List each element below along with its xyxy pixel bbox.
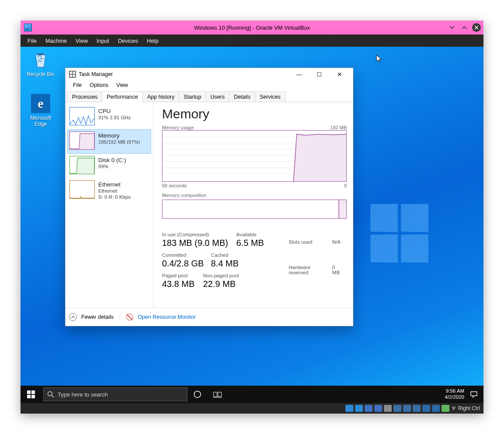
tab-startup[interactable]: Startup: [179, 91, 206, 102]
vb-menu-machine[interactable]: Machine: [41, 36, 71, 46]
sidebar-ethernet-sub1: Ethernet: [98, 188, 131, 194]
desktop-icon-label: Microsoft Edge: [24, 115, 57, 127]
sidebar-cpu-title: CPU: [98, 108, 131, 115]
tm-titlebar[interactable]: Task Manager — ☐ ✕: [66, 68, 353, 80]
tm-minimize-button[interactable]: —: [289, 68, 309, 80]
search-placeholder: Type here to search: [58, 391, 108, 398]
vb-status-display-icon[interactable]: [394, 405, 401, 412]
cached-label: Cached: [211, 252, 250, 258]
svg-rect-3: [214, 392, 217, 397]
start-button[interactable]: [21, 386, 41, 403]
sidebar-memory-sub: 185/192 MB (97%): [98, 139, 140, 145]
chevron-up-icon[interactable]: [69, 313, 77, 321]
vb-menu-file[interactable]: File: [23, 36, 41, 46]
sidebar-item-ethernet[interactable]: Ethernet Ethernet S: 0 R: 0 Kbps: [67, 178, 151, 203]
vb-status-shared-icon[interactable]: [384, 405, 392, 412]
sidebar-cpu-sub: 31% 2.81 GHz: [98, 115, 131, 121]
vb-menu-help[interactable]: Help: [142, 36, 163, 46]
search-icon: [47, 391, 54, 398]
vb-status-net-icon[interactable]: [365, 405, 373, 412]
task-manager-icon: [69, 71, 76, 78]
chart-usage-max: 192 MB: [330, 125, 347, 130]
sidebar-item-memory[interactable]: Memory 185/192 MB (97%): [67, 129, 151, 154]
vb-title: Windows 10 [Running] - Oracle VM Virtual…: [21, 24, 483, 31]
vb-menu-view[interactable]: View: [71, 36, 92, 46]
desktop-icon-recycle-bin[interactable]: Recycle Bin: [24, 50, 57, 77]
paged-label: Paged pool: [162, 273, 203, 278]
tm-close-button[interactable]: ✕: [329, 68, 349, 80]
desktop-icon-label: Recycle Bin: [24, 71, 57, 77]
recycle-bin-icon: [31, 50, 50, 69]
vb-close-button[interactable]: [472, 23, 481, 32]
vb-statusbar: ⮟ Right Ctrl: [21, 403, 483, 414]
committed-label: Committed: [162, 252, 211, 258]
sidebar-ethernet-title: Ethernet: [98, 181, 131, 188]
panel-heading: Memory: [162, 107, 347, 121]
tm-maximize-button[interactable]: ☐: [309, 68, 329, 80]
vb-menu-devices[interactable]: Devices: [114, 36, 142, 46]
action-center-button[interactable]: [468, 386, 480, 403]
chart-x-start: 60 seconds: [162, 183, 186, 188]
in-use-label: In use (Compressed): [162, 232, 236, 237]
nonpaged-label: Non-paged pool: [203, 273, 255, 278]
vb-menu-input[interactable]: Input: [92, 36, 114, 46]
in-use-value: 183 MB (9.0 MB): [162, 238, 236, 248]
tab-app-history[interactable]: App history: [142, 91, 180, 102]
vb-status-audio-icon[interactable]: [413, 405, 421, 412]
chart-usage-label: Memory usage: [162, 125, 194, 130]
vb-status-usb-icon[interactable]: [374, 405, 382, 412]
task-manager-window[interactable]: Task Manager — ☐ ✕ File Options View Pro…: [65, 68, 353, 326]
taskbar-clock[interactable]: 9:56 AM 4/2/2020: [445, 388, 464, 400]
windows-logo-wallpaper: [370, 204, 431, 265]
tab-details[interactable]: Details: [229, 91, 255, 102]
tm-sidebar: CPU 31% 2.81 GHz Memory 185/192 MB (97%): [66, 102, 153, 307]
vb-host-key: Right Ctrl: [458, 405, 480, 411]
tab-services[interactable]: Services: [255, 91, 286, 102]
guest-desktop[interactable]: Recycle Bin e Microsoft Edge Task Manage…: [21, 47, 483, 403]
tm-menu-file[interactable]: File: [69, 81, 86, 89]
windows-taskbar[interactable]: Type here to search 9:56 AM 4/2/2020: [21, 386, 483, 403]
sidebar-item-cpu[interactable]: CPU 31% 2.81 GHz: [67, 105, 151, 129]
committed-value: 0.4/2.8 GB: [162, 259, 211, 269]
svg-point-2: [194, 391, 201, 398]
virtualbox-icon: 10: [24, 24, 32, 31]
vb-status-clipboard-icon[interactable]: [422, 405, 430, 412]
tab-performance[interactable]: Performance: [102, 91, 143, 102]
vb-menubar: File Machine View Input Devices Help: [21, 35, 483, 47]
virtualbox-window: 10 Windows 10 [Running] - Oracle VM Virt…: [21, 21, 483, 414]
cached-value: 8.4 MB: [211, 259, 250, 269]
sidebar-memory-title: Memory: [98, 132, 140, 139]
memory-usage-chart: [162, 130, 347, 182]
vb-status-mouse-icon[interactable]: [442, 405, 449, 412]
tab-processes[interactable]: Processes: [67, 91, 102, 102]
task-view-button[interactable]: [207, 386, 228, 403]
tm-menu-options[interactable]: Options: [86, 81, 112, 89]
sidebar-disk-sub: 99%: [98, 164, 126, 170]
vb-minimize-button[interactable]: [448, 23, 456, 32]
desktop-icon-edge[interactable]: e Microsoft Edge: [24, 94, 57, 127]
tab-users[interactable]: Users: [206, 91, 230, 102]
vb-status-od-icon[interactable]: [355, 405, 363, 412]
nonpaged-value: 22.9 MB: [203, 279, 255, 289]
composition-label: Memory composition: [162, 193, 347, 198]
vb-maximize-button[interactable]: [460, 23, 469, 32]
mouse-cursor: [376, 55, 383, 65]
edge-icon: e: [31, 94, 50, 113]
memory-spec-table: Slots used:N/A Hardware reserved:0 MB: [288, 232, 347, 289]
tm-menu-view[interactable]: View: [112, 81, 132, 89]
vb-status-dnd-icon[interactable]: [432, 405, 440, 412]
vb-status-hdd-icon[interactable]: [345, 405, 353, 412]
tm-footer: Fewer details Open Resource Monitor: [66, 307, 353, 326]
open-resource-monitor-link[interactable]: Open Resource Monitor: [138, 314, 196, 320]
vb-titlebar[interactable]: 10 Windows 10 [Running] - Oracle VM Virt…: [21, 21, 483, 35]
memory-composition-bar: [162, 200, 347, 219]
vb-status-rec-icon[interactable]: [403, 405, 411, 412]
fewer-details-link[interactable]: Fewer details: [81, 314, 114, 320]
tm-main-panel: Memory Memory usage 192 MB 60 seconds: [153, 102, 353, 307]
chart-x-end: 0: [344, 183, 347, 188]
paged-value: 43.8 MB: [162, 279, 203, 289]
svg-rect-4: [218, 392, 221, 397]
cortana-button[interactable]: [187, 386, 207, 403]
taskbar-search-box[interactable]: Type here to search: [43, 387, 187, 401]
sidebar-item-disk[interactable]: Disk 0 (C:) 99%: [67, 154, 151, 178]
